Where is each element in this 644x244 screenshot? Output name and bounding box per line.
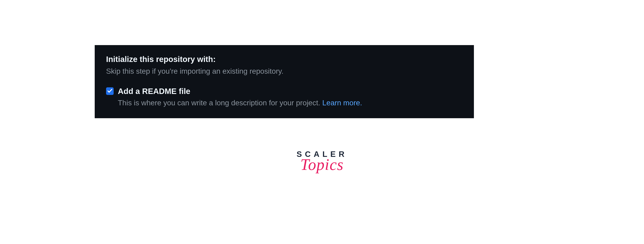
- readme-content: Add a README file This is where you can …: [118, 86, 362, 108]
- readme-description: This is where you can write a long descr…: [118, 97, 362, 108]
- readme-checkbox[interactable]: [106, 87, 114, 95]
- initialize-repository-panel: Initialize this repository with: Skip th…: [95, 45, 474, 118]
- readme-option-row: Add a README file This is where you can …: [106, 86, 462, 108]
- learn-more-link[interactable]: Learn more.: [322, 99, 362, 107]
- logo-text-topics: Topics: [296, 155, 348, 174]
- readme-label[interactable]: Add a README file: [118, 86, 362, 96]
- section-subtitle: Skip this step if you're importing an ex…: [106, 66, 462, 76]
- section-title: Initialize this repository with:: [106, 54, 462, 64]
- checkmark-icon: [107, 88, 113, 94]
- scaler-topics-logo: SCALER Topics: [296, 150, 348, 174]
- readme-description-text: This is where you can write a long descr…: [118, 99, 322, 107]
